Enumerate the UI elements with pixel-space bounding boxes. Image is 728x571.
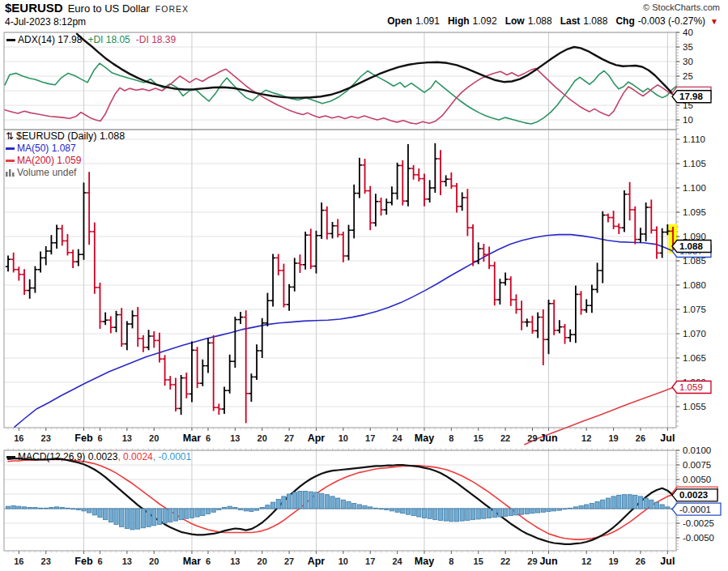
macd-line-swatch-icon xyxy=(6,456,15,458)
ma200-value: 1.059 xyxy=(57,155,81,166)
adx-value: 17.98 xyxy=(57,34,82,45)
svg-text:Feb: Feb xyxy=(75,556,93,567)
chevron-down-icon[interactable]: ▼ xyxy=(710,17,718,26)
svg-text:17.98: 17.98 xyxy=(679,92,703,101)
high-label: High xyxy=(448,15,470,27)
svg-text:-0.0025: -0.0025 xyxy=(683,518,714,528)
last-value: 1.088 xyxy=(583,15,607,27)
svg-text:20: 20 xyxy=(149,556,159,566)
candlestick-series xyxy=(6,143,675,424)
minus-di-value: 18.39 xyxy=(151,34,176,45)
svg-text:1.110: 1.110 xyxy=(683,134,705,144)
svg-text:1.100: 1.100 xyxy=(683,183,706,193)
macd-value-tag: 0.0023 xyxy=(672,489,717,501)
svg-text:24: 24 xyxy=(392,433,402,443)
svg-text:6: 6 xyxy=(97,433,102,443)
quote-summary: Open1.091High1.092Low1.088Last1.088Chg-0… xyxy=(387,15,718,27)
ma200-line-swatch-icon xyxy=(6,160,15,162)
svg-text:16: 16 xyxy=(14,433,23,443)
svg-text:17: 17 xyxy=(365,556,375,566)
svg-text:-0.0050: -0.0050 xyxy=(683,533,714,543)
low-value: 1.088 xyxy=(528,15,552,27)
svg-text:10: 10 xyxy=(338,433,348,443)
svg-text:25: 25 xyxy=(683,71,693,81)
svg-text:15: 15 xyxy=(474,556,483,566)
svg-text:13: 13 xyxy=(122,433,132,443)
svg-text:6: 6 xyxy=(97,556,102,566)
macd-value: 0.0023 xyxy=(88,451,118,462)
svg-text:17: 17 xyxy=(365,433,375,443)
svg-text:1.065: 1.065 xyxy=(683,353,706,363)
low-label: Low xyxy=(505,15,525,27)
svg-text:10: 10 xyxy=(683,115,693,125)
last-price-tag: 1.088 xyxy=(672,241,711,253)
svg-text:40: 40 xyxy=(683,28,693,37)
hist-value-tag: -0.0001 xyxy=(672,503,721,515)
svg-text:29: 29 xyxy=(527,556,537,566)
svg-text:27: 27 xyxy=(284,433,294,443)
svg-text:19: 19 xyxy=(608,433,618,443)
svg-text:0.0050: 0.0050 xyxy=(683,475,711,484)
macd-histogram xyxy=(6,491,675,530)
svg-text:13: 13 xyxy=(230,556,240,566)
open-label: Open xyxy=(387,15,412,27)
macd-name: MACD(12,26,9) xyxy=(18,451,85,462)
svg-text:35: 35 xyxy=(683,42,693,52)
x-axis-labels-bottom: 1623Feb61320Mar6132027Apr101724May815222… xyxy=(14,551,675,567)
ma50-line-swatch-icon xyxy=(6,147,15,150)
svg-text:Mar: Mar xyxy=(183,556,201,567)
signal-value: 0.0024 xyxy=(123,451,153,462)
svg-text:13: 13 xyxy=(230,433,240,443)
svg-text:27: 27 xyxy=(284,556,294,566)
svg-text:Jul: Jul xyxy=(660,433,675,444)
svg-text:16: 16 xyxy=(14,556,23,566)
svg-text:1.080: 1.080 xyxy=(683,280,706,290)
svg-text:Apr: Apr xyxy=(308,433,326,444)
price-legend: ⇅$EURUSD (Daily) 1.088 MA(50) 1.087 MA(2… xyxy=(6,130,125,179)
svg-text:19: 19 xyxy=(608,556,618,566)
svg-text:6: 6 xyxy=(206,556,211,566)
svg-text:Apr: Apr xyxy=(308,556,326,567)
svg-text:0.0075: 0.0075 xyxy=(683,460,711,470)
svg-text:20: 20 xyxy=(258,433,267,443)
x-axis-labels: 1623Feb61320Mar6132027Apr101724May815222… xyxy=(14,428,675,444)
svg-text:0.0100: 0.0100 xyxy=(683,445,711,455)
hist-value: -0.0001 xyxy=(158,451,191,462)
svg-text:8: 8 xyxy=(449,433,453,443)
svg-text:Jul: Jul xyxy=(660,556,675,567)
page-title: $EURUSDEuro to US DollarFOREX xyxy=(5,1,189,15)
svg-text:26: 26 xyxy=(636,556,645,566)
svg-text:8: 8 xyxy=(449,556,453,566)
svg-text:Feb: Feb xyxy=(75,433,93,444)
open-value: 1.091 xyxy=(415,15,440,27)
svg-text:22: 22 xyxy=(500,556,510,566)
svg-text:1.088: 1.088 xyxy=(679,241,703,251)
stockcharts-chart: 403530252015101.1101.1051.1001.0951.0901… xyxy=(0,0,728,571)
price-value: 1.088 xyxy=(100,130,125,142)
svg-text:1.070: 1.070 xyxy=(683,329,706,339)
svg-text:13: 13 xyxy=(122,556,132,566)
svg-text:20: 20 xyxy=(258,556,267,566)
svg-text:-0.0001: -0.0001 xyxy=(679,505,711,514)
plus-di-value: 18.05 xyxy=(106,34,130,45)
svg-text:12: 12 xyxy=(581,433,591,443)
chart-canvas: 403530252015101.1101.1051.1001.0951.0901… xyxy=(0,0,728,571)
svg-text:26: 26 xyxy=(636,433,645,443)
adx-value-tag: 17.98 xyxy=(672,91,711,103)
chart-datetime: 4-Jul-2023 8:12pm xyxy=(5,16,86,28)
svg-text:Mar: Mar xyxy=(183,433,201,444)
minus-di-label: -DI xyxy=(136,34,149,45)
last-label: Last xyxy=(560,15,581,27)
svg-text:1.105: 1.105 xyxy=(683,159,706,168)
ma200-tag: 1.059 xyxy=(672,381,711,394)
price-panel-series xyxy=(15,224,678,445)
svg-text:20: 20 xyxy=(149,433,159,443)
svg-text:1.055: 1.055 xyxy=(683,402,706,411)
svg-text:24: 24 xyxy=(392,556,402,566)
svg-text:15: 15 xyxy=(474,433,483,443)
symbol-name: Euro to US Dollar xyxy=(68,2,150,15)
svg-text:0.0023: 0.0023 xyxy=(679,490,708,500)
ma50-value: 1.087 xyxy=(52,143,76,154)
svg-text:Jun: Jun xyxy=(539,433,557,444)
plus-di-label: +DI xyxy=(87,34,103,45)
